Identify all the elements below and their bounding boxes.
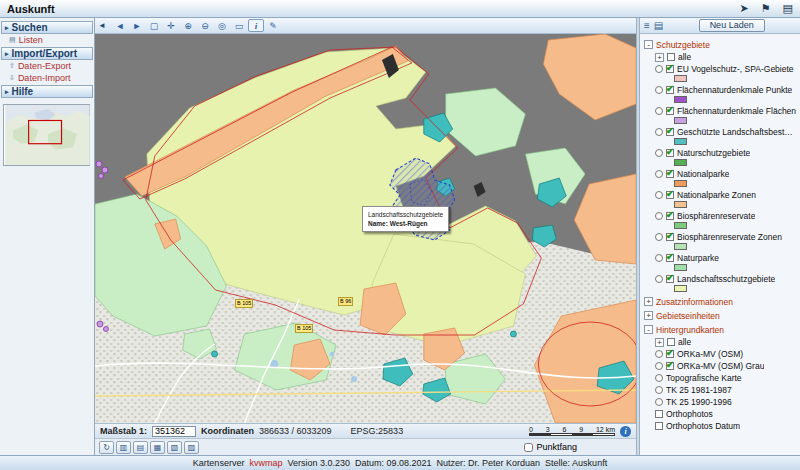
layer-radio[interactable]	[655, 275, 663, 283]
sidebar-item-daten-export[interactable]: ⇧ Daten-Export	[0, 60, 94, 72]
layer-checkbox[interactable]: ✔	[666, 191, 674, 199]
layer-label[interactable]: Naturparke	[677, 253, 719, 263]
checkmark-icon: ✔	[666, 62, 674, 73]
layer-label[interactable]: Orthophotos	[666, 409, 713, 419]
layer-label[interactable]: TK 25 1990-1996	[666, 397, 732, 407]
zoom-in-button[interactable]: ⊕	[180, 19, 196, 32]
layer-checkbox[interactable]: ✔	[666, 86, 674, 94]
layer-checkbox[interactable]	[667, 338, 675, 346]
layer-radio[interactable]	[655, 254, 663, 262]
pointer-icon[interactable]: ➤	[740, 2, 749, 15]
pan-button[interactable]: ✛	[163, 19, 179, 32]
layer-label[interactable]: TK 25 1981-1987	[666, 385, 732, 395]
zoom-out-button[interactable]: ⊖	[197, 19, 213, 32]
layer-checkbox[interactable]: ✔	[666, 212, 674, 220]
expand-toggle-icon[interactable]: +	[644, 297, 653, 306]
layer-checkbox[interactable]: ✔	[666, 350, 674, 358]
layer-checkbox[interactable]	[655, 422, 663, 430]
layer-label[interactable]: Landschaftsschutzgebiete	[677, 274, 775, 284]
expand-toggle-icon[interactable]: +	[655, 53, 664, 62]
layer-radio[interactable]	[655, 128, 663, 136]
measure-button[interactable]: ✎	[265, 19, 281, 32]
layer-label[interactable]: Nationalparke Zonen	[677, 190, 756, 200]
print-icon[interactable]: ▤	[783, 2, 793, 15]
legend-group-title[interactable]: Schutzgebiete	[656, 40, 710, 50]
collapse-sidebar-button[interactable]: ◄	[97, 21, 107, 30]
layer-radio[interactable]	[655, 212, 663, 220]
layer-label[interactable]: Geschützte Landschaftsbestandteile	[677, 127, 797, 137]
layer-checkbox[interactable]: ✔	[666, 362, 674, 370]
status-brand[interactable]: kvwmap	[249, 458, 282, 468]
history-back-button[interactable]: ◄	[112, 19, 128, 32]
layer-radio[interactable]	[655, 149, 663, 157]
layer-checkbox[interactable]: ✔	[666, 149, 674, 157]
sidebar-item-daten-import[interactable]: ⇩ Daten-Import	[0, 72, 94, 84]
layer-radio[interactable]	[655, 233, 663, 241]
panel-header-suchen[interactable]: ▸ Suchen	[1, 21, 93, 34]
expand-toggle-icon[interactable]: +	[644, 311, 653, 320]
print-map-icon[interactable]: ▤	[133, 441, 148, 454]
layer-checkbox[interactable]	[667, 53, 675, 61]
full-extent-button[interactable]: ▢	[146, 19, 162, 32]
layer-radio[interactable]	[655, 398, 663, 406]
refresh-map-icon[interactable]: ↻	[99, 441, 114, 454]
share-map-icon[interactable]: ▨	[184, 441, 199, 454]
layer-checkbox[interactable]: ✔	[666, 233, 674, 241]
scale-input[interactable]	[152, 426, 196, 437]
layer-label[interactable]: EU Vogelschutz-, SPA-Gebiete	[677, 64, 794, 74]
layer-radio[interactable]	[655, 191, 663, 199]
layer-radio[interactable]	[655, 107, 663, 115]
layer-row: ✔ Flächennaturdenkmale Flächen	[644, 105, 797, 117]
layer-label[interactable]: Nationalparke	[677, 169, 729, 179]
panel-header-import-export[interactable]: ▸ Import/Export	[1, 47, 93, 60]
layer-radio[interactable]	[655, 170, 663, 178]
layer-checkbox[interactable]: ✔	[666, 128, 674, 136]
tree-icon[interactable]: ≡	[644, 20, 650, 31]
flag-icon[interactable]: ⚑	[761, 2, 771, 15]
layer-label[interactable]: alle	[678, 337, 691, 347]
layer-label[interactable]: Flächennaturdenkmale Flächen	[677, 106, 796, 116]
layer-radio[interactable]	[655, 374, 663, 382]
layer-radio[interactable]	[655, 386, 663, 394]
layer-label[interactable]: Topografische Karte	[666, 373, 742, 383]
layer-checkbox[interactable]: ✔	[666, 254, 674, 262]
layer-checkbox[interactable]	[655, 410, 663, 418]
info-icon[interactable]: i	[620, 426, 631, 437]
export-image-icon[interactable]: ▦	[150, 441, 165, 454]
overview-map[interactable]	[3, 104, 90, 166]
legend-group-title[interactable]: Hintergrundkarten	[656, 325, 724, 335]
layer-label[interactable]: alle	[678, 52, 691, 62]
legend-group-title[interactable]: Zusatzinformationen	[656, 297, 733, 307]
punktfang-checkbox[interactable]	[524, 443, 533, 452]
history-forward-button[interactable]: ►	[129, 19, 145, 32]
recenter-button[interactable]: ◎	[214, 19, 230, 32]
layer-label[interactable]: Flächennaturdenkmale Punkte	[677, 85, 792, 95]
legend-group-title[interactable]: Gebietseinheiten	[656, 311, 720, 321]
layers-icon[interactable]: ▤	[654, 20, 663, 31]
layer-label[interactable]: Naturschutzgebiete	[677, 148, 750, 158]
layer-label[interactable]: Biosphärenreservate	[677, 211, 755, 221]
zoom-box-button[interactable]: ▭	[231, 19, 247, 32]
map-canvas[interactable]: B 105 B 105 B 96 Landschaftsschutzgebiet…	[95, 34, 636, 423]
layer-checkbox[interactable]: ✔	[666, 170, 674, 178]
layer-checkbox[interactable]: ✔	[666, 65, 674, 73]
layer-checkbox[interactable]: ✔	[666, 107, 674, 115]
pdf-export-icon[interactable]: ▧	[167, 441, 182, 454]
layer-label[interactable]: Biosphärenreservate Zonen	[677, 232, 782, 242]
layer-radio[interactable]	[655, 86, 663, 94]
reload-button[interactable]: Neu Laden	[699, 19, 765, 32]
panel-header-hilfe[interactable]: ▸ Hilfe	[1, 85, 93, 98]
sidebar-item-listen[interactable]: ▤ Listen	[0, 34, 94, 46]
expand-toggle-icon[interactable]: +	[655, 338, 664, 347]
layer-label[interactable]: ORKa-MV (OSM) Grau	[677, 361, 764, 371]
collapse-toggle-icon[interactable]: -	[644, 40, 653, 49]
layer-label[interactable]: ORKa-MV (OSM)	[677, 349, 743, 359]
collapse-toggle-icon[interactable]: -	[644, 325, 653, 334]
layer-radio[interactable]	[655, 65, 663, 73]
save-extent-icon[interactable]: ▥	[116, 441, 131, 454]
layer-label[interactable]: Orthophotos Datum	[666, 421, 740, 431]
layer-radio[interactable]	[655, 350, 663, 358]
layer-checkbox[interactable]: ✔	[666, 275, 674, 283]
layer-radio[interactable]	[655, 362, 663, 370]
info-query-button[interactable]: i	[248, 19, 264, 32]
